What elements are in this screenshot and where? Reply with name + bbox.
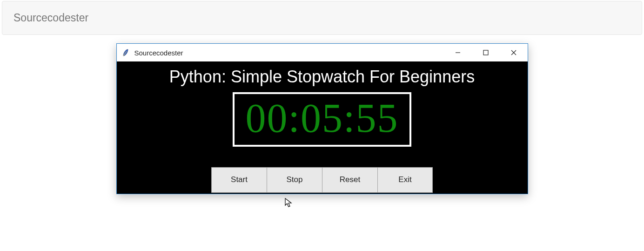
titlebar[interactable]: Sourcecodester — [117, 44, 528, 61]
window-wrapper: Sourcecodester — [0, 35, 644, 194]
app-window: Sourcecodester — [116, 43, 528, 194]
svg-rect-2 — [483, 50, 488, 55]
window-title: Sourcecodester — [134, 49, 444, 57]
timer-value: 00:05:55 — [246, 96, 399, 141]
minimize-icon — [455, 50, 461, 55]
tkinter-feather-icon — [121, 48, 130, 57]
minimize-button[interactable] — [444, 44, 472, 61]
app-heading: Python: Simple Stopwatch For Beginners — [117, 64, 528, 92]
close-button[interactable] — [500, 44, 528, 61]
button-row: Start Stop Reset Exit — [117, 167, 528, 194]
timer-display: 00:05:55 — [233, 92, 412, 147]
page-header: Sourcecodester — [2, 1, 642, 35]
reset-button[interactable]: Reset — [322, 167, 377, 193]
start-button[interactable]: Start — [211, 167, 267, 193]
close-icon — [511, 50, 517, 55]
exit-button[interactable]: Exit — [377, 167, 433, 193]
titlebar-controls — [444, 44, 528, 61]
maximize-icon — [483, 50, 489, 55]
page-title: Sourcecodester — [13, 12, 631, 24]
maximize-button[interactable] — [472, 44, 500, 61]
app-body: Python: Simple Stopwatch For Beginners 0… — [117, 61, 528, 194]
stop-button[interactable]: Stop — [267, 167, 322, 193]
mouse-cursor-icon — [285, 198, 293, 208]
